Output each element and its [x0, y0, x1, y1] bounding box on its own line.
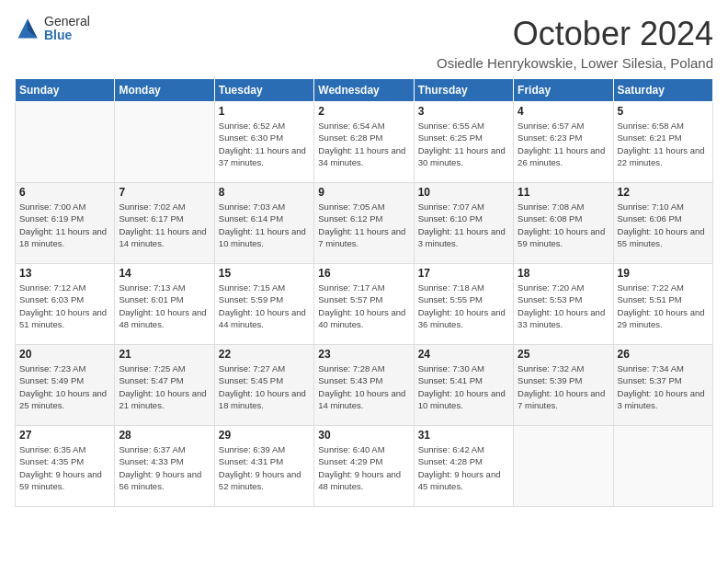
- logo: General Blue: [15, 15, 90, 43]
- calendar-cell: 8Sunrise: 7:03 AM Sunset: 6:14 PM Daylig…: [214, 183, 313, 264]
- calendar-header-row: SundayMondayTuesdayWednesdayThursdayFrid…: [16, 79, 713, 102]
- day-info: Sunrise: 7:22 AM Sunset: 5:51 PM Dayligh…: [618, 282, 709, 330]
- week-row-5: 27Sunrise: 6:35 AM Sunset: 4:35 PM Dayli…: [16, 426, 713, 507]
- logo-general: General: [44, 15, 90, 29]
- day-info: Sunrise: 6:37 AM Sunset: 4:33 PM Dayligh…: [119, 443, 210, 492]
- day-info: Sunrise: 7:17 AM Sunset: 5:57 PM Dayligh…: [318, 282, 409, 330]
- calendar-cell: 29Sunrise: 6:39 AM Sunset: 4:31 PM Dayli…: [214, 426, 313, 507]
- day-number: 11: [518, 186, 609, 199]
- calendar-cell: [16, 102, 115, 183]
- day-info: Sunrise: 6:57 AM Sunset: 6:23 PM Dayligh…: [518, 120, 609, 168]
- calendar-cell: [613, 426, 712, 507]
- day-number: 31: [418, 429, 509, 442]
- day-number: 29: [219, 429, 310, 442]
- day-number: 14: [119, 267, 210, 280]
- header-monday: Monday: [115, 79, 214, 102]
- day-info: Sunrise: 7:27 AM Sunset: 5:45 PM Dayligh…: [219, 362, 310, 411]
- day-info: Sunrise: 7:20 AM Sunset: 5:53 PM Dayligh…: [518, 282, 609, 330]
- day-info: Sunrise: 7:13 AM Sunset: 6:01 PM Dayligh…: [119, 282, 210, 330]
- day-number: 9: [318, 186, 409, 199]
- logo-text: General Blue: [44, 15, 90, 43]
- day-info: Sunrise: 6:54 AM Sunset: 6:28 PM Dayligh…: [318, 120, 409, 168]
- day-info: Sunrise: 7:32 AM Sunset: 5:39 PM Dayligh…: [518, 362, 609, 411]
- header-saturday: Saturday: [613, 79, 712, 102]
- calendar-cell: [115, 102, 214, 183]
- calendar-cell: 13Sunrise: 7:12 AM Sunset: 6:03 PM Dayli…: [16, 264, 115, 345]
- day-number: 19: [618, 267, 709, 280]
- day-number: 22: [219, 348, 310, 361]
- calendar-cell: 11Sunrise: 7:08 AM Sunset: 6:08 PM Dayli…: [514, 183, 613, 264]
- header-wednesday: Wednesday: [314, 79, 414, 102]
- day-info: Sunrise: 6:55 AM Sunset: 6:25 PM Dayligh…: [418, 120, 509, 168]
- calendar-cell: 12Sunrise: 7:10 AM Sunset: 6:06 PM Dayli…: [613, 183, 712, 264]
- calendar-cell: 30Sunrise: 6:40 AM Sunset: 4:29 PM Dayli…: [314, 426, 414, 507]
- day-number: 5: [618, 105, 709, 118]
- day-number: 8: [219, 186, 310, 199]
- calendar-cell: 19Sunrise: 7:22 AM Sunset: 5:51 PM Dayli…: [613, 264, 712, 345]
- location: Osiedle Henrykowskie, Lower Silesia, Pol…: [437, 55, 713, 71]
- day-number: 6: [19, 186, 110, 199]
- day-number: 18: [518, 267, 609, 280]
- day-info: Sunrise: 7:05 AM Sunset: 6:12 PM Dayligh…: [318, 201, 409, 249]
- week-row-3: 13Sunrise: 7:12 AM Sunset: 6:03 PM Dayli…: [16, 264, 713, 345]
- day-info: Sunrise: 6:52 AM Sunset: 6:30 PM Dayligh…: [219, 120, 310, 168]
- day-number: 16: [318, 267, 409, 280]
- calendar-cell: 4Sunrise: 6:57 AM Sunset: 6:23 PM Daylig…: [514, 102, 613, 183]
- day-number: 23: [318, 348, 409, 361]
- calendar-cell: 17Sunrise: 7:18 AM Sunset: 5:55 PM Dayli…: [414, 264, 513, 345]
- calendar-cell: 7Sunrise: 7:02 AM Sunset: 6:17 PM Daylig…: [115, 183, 214, 264]
- day-info: Sunrise: 7:00 AM Sunset: 6:19 PM Dayligh…: [19, 201, 110, 249]
- day-number: 12: [618, 186, 709, 199]
- day-info: Sunrise: 7:07 AM Sunset: 6:10 PM Dayligh…: [418, 201, 509, 249]
- day-info: Sunrise: 7:28 AM Sunset: 5:43 PM Dayligh…: [318, 362, 409, 411]
- calendar-cell: 25Sunrise: 7:32 AM Sunset: 5:39 PM Dayli…: [514, 345, 613, 426]
- header-friday: Friday: [514, 79, 613, 102]
- day-number: 26: [618, 348, 709, 361]
- header-sunday: Sunday: [16, 79, 115, 102]
- calendar-cell: 1Sunrise: 6:52 AM Sunset: 6:30 PM Daylig…: [214, 102, 313, 183]
- day-number: 30: [318, 429, 409, 442]
- calendar-cell: 6Sunrise: 7:00 AM Sunset: 6:19 PM Daylig…: [16, 183, 115, 264]
- calendar-cell: 24Sunrise: 7:30 AM Sunset: 5:41 PM Dayli…: [414, 345, 513, 426]
- calendar-cell: 18Sunrise: 7:20 AM Sunset: 5:53 PM Dayli…: [514, 264, 613, 345]
- day-info: Sunrise: 7:15 AM Sunset: 5:59 PM Dayligh…: [219, 282, 310, 330]
- day-number: 13: [19, 267, 110, 280]
- calendar-cell: 28Sunrise: 6:37 AM Sunset: 4:33 PM Dayli…: [115, 426, 214, 507]
- day-number: 10: [418, 186, 509, 199]
- calendar-cell: 2Sunrise: 6:54 AM Sunset: 6:28 PM Daylig…: [314, 102, 414, 183]
- calendar-cell: 21Sunrise: 7:25 AM Sunset: 5:47 PM Dayli…: [115, 345, 214, 426]
- day-info: Sunrise: 7:18 AM Sunset: 5:55 PM Dayligh…: [418, 282, 509, 330]
- day-info: Sunrise: 7:03 AM Sunset: 6:14 PM Dayligh…: [219, 201, 310, 249]
- week-row-1: 1Sunrise: 6:52 AM Sunset: 6:30 PM Daylig…: [16, 102, 713, 183]
- calendar-cell: 5Sunrise: 6:58 AM Sunset: 6:21 PM Daylig…: [613, 102, 712, 183]
- day-info: Sunrise: 7:23 AM Sunset: 5:49 PM Dayligh…: [19, 362, 110, 411]
- calendar-cell: 15Sunrise: 7:15 AM Sunset: 5:59 PM Dayli…: [214, 264, 313, 345]
- calendar-cell: 10Sunrise: 7:07 AM Sunset: 6:10 PM Dayli…: [414, 183, 513, 264]
- day-info: Sunrise: 7:25 AM Sunset: 5:47 PM Dayligh…: [119, 362, 210, 411]
- day-info: Sunrise: 7:02 AM Sunset: 6:17 PM Dayligh…: [119, 201, 210, 249]
- day-info: Sunrise: 6:42 AM Sunset: 4:28 PM Dayligh…: [418, 443, 509, 492]
- calendar-cell: 9Sunrise: 7:05 AM Sunset: 6:12 PM Daylig…: [314, 183, 414, 264]
- day-number: 24: [418, 348, 509, 361]
- header-thursday: Thursday: [414, 79, 513, 102]
- day-info: Sunrise: 7:30 AM Sunset: 5:41 PM Dayligh…: [418, 362, 509, 411]
- day-number: 2: [318, 105, 409, 118]
- day-number: 3: [418, 105, 509, 118]
- calendar-cell: 22Sunrise: 7:27 AM Sunset: 5:45 PM Dayli…: [214, 345, 313, 426]
- day-info: Sunrise: 7:08 AM Sunset: 6:08 PM Dayligh…: [518, 201, 609, 249]
- title-block: October 2024 Osiedle Henrykowskie, Lower…: [437, 15, 713, 71]
- day-info: Sunrise: 6:35 AM Sunset: 4:35 PM Dayligh…: [19, 443, 110, 492]
- calendar-cell: 23Sunrise: 7:28 AM Sunset: 5:43 PM Dayli…: [314, 345, 414, 426]
- calendar-cell: 31Sunrise: 6:42 AM Sunset: 4:28 PM Dayli…: [414, 426, 513, 507]
- logo-blue: Blue: [44, 29, 90, 42]
- calendar-cell: 16Sunrise: 7:17 AM Sunset: 5:57 PM Dayli…: [314, 264, 414, 345]
- calendar: SundayMondayTuesdayWednesdayThursdayFrid…: [15, 78, 713, 507]
- logo-icon: [15, 16, 40, 41]
- calendar-cell: 3Sunrise: 6:55 AM Sunset: 6:25 PM Daylig…: [414, 102, 513, 183]
- week-row-2: 6Sunrise: 7:00 AM Sunset: 6:19 PM Daylig…: [16, 183, 713, 264]
- calendar-cell: 14Sunrise: 7:13 AM Sunset: 6:01 PM Dayli…: [115, 264, 214, 345]
- day-number: 1: [219, 105, 310, 118]
- day-number: 25: [518, 348, 609, 361]
- day-number: 7: [119, 186, 210, 199]
- day-info: Sunrise: 7:12 AM Sunset: 6:03 PM Dayligh…: [19, 282, 110, 330]
